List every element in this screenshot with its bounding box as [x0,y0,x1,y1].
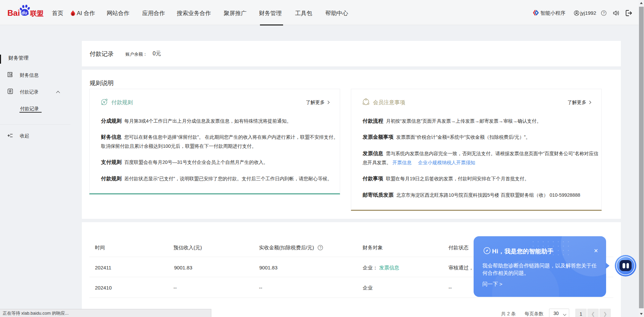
svg-text:Bai: Bai [7,8,20,17]
svg-text:?: ? [603,11,605,15]
svg-text:?: ? [319,246,321,250]
svg-text:联盟: 联盟 [30,10,44,17]
svg-text:du: du [21,10,28,15]
